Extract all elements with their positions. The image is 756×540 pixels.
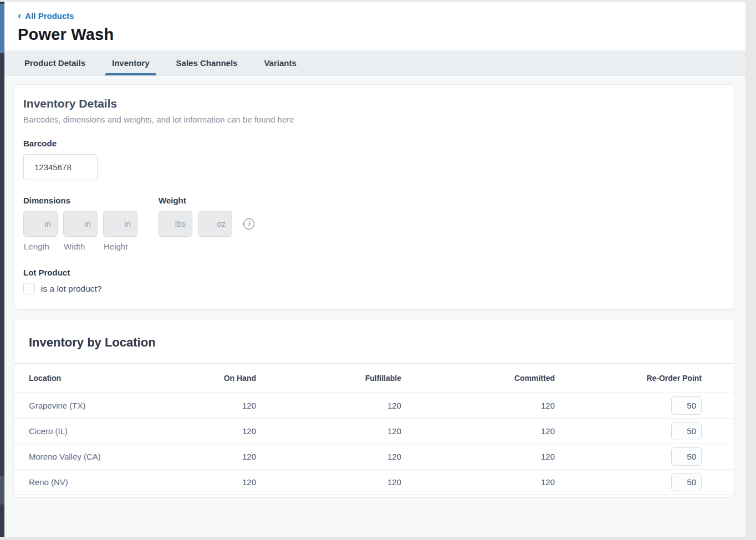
dimensions-weight-row: Dimensions in in in xyxy=(23,196,725,251)
weight-lbs-input[interactable]: lbs xyxy=(159,211,192,237)
tab-sales-channels[interactable]: Sales Channels xyxy=(170,50,244,75)
inventory-by-location-title: Inventory by Location xyxy=(29,335,719,350)
tab-product-details[interactable]: Product Details xyxy=(18,50,92,75)
inventory-details-subtitle: Barcodes, dimensions and weights, and lo… xyxy=(23,115,725,124)
committed-cell: 120 xyxy=(401,452,555,461)
length-input[interactable]: in xyxy=(23,211,58,237)
reorder-cell xyxy=(555,473,702,491)
table-row: Moreno Valley (CA) 120 120 120 xyxy=(14,444,734,469)
committed-cell: 120 xyxy=(401,426,555,436)
column-location: Location xyxy=(29,374,111,383)
oz-unit: oz xyxy=(217,219,226,228)
tab-bar: Product Details Inventory Sales Channels… xyxy=(4,50,745,76)
dimensions-label: Dimensions xyxy=(23,196,137,205)
inventory-details-title: Inventory Details xyxy=(23,97,725,110)
collapsed-sidebar[interactable] xyxy=(0,2,4,537)
fulfillable-cell: 120 xyxy=(256,477,401,487)
on-hand-cell: 120 xyxy=(111,452,256,461)
info-icon[interactable]: i xyxy=(243,218,254,230)
chevron-left-icon: ‹ xyxy=(18,11,21,20)
reorder-cell xyxy=(555,422,702,440)
lot-product-checkbox[interactable] xyxy=(23,283,35,294)
table-row: Reno (NV) 120 120 120 xyxy=(14,469,734,495)
width-caption: Width xyxy=(63,242,98,251)
reorder-cell xyxy=(555,447,702,466)
weight-oz-input[interactable]: oz xyxy=(198,211,232,237)
weight-inputs: lbs oz i xyxy=(159,211,254,237)
lot-product-checkbox-label: is a lot product? xyxy=(41,284,101,294)
tab-variants[interactable]: Variants xyxy=(257,50,303,75)
location-cell: Grapevine (TX) xyxy=(29,401,111,410)
on-hand-cell: 120 xyxy=(111,401,256,410)
table-row: Grapevine (TX) 120 120 120 xyxy=(14,393,734,418)
reorder-point-input[interactable] xyxy=(671,396,702,415)
column-reorder-point: Re-Order Point xyxy=(555,374,702,383)
length-unit: in xyxy=(44,219,51,228)
on-hand-cell: 120 xyxy=(111,477,256,487)
reorder-point-input[interactable] xyxy=(671,422,702,440)
location-table-body: Grapevine (TX) 120 120 120 Cicero (IL) 1… xyxy=(14,393,734,495)
breadcrumb-all-products[interactable]: ‹ All Products xyxy=(18,11,74,21)
weight-label: Weight xyxy=(159,196,254,205)
column-on-hand: On Hand xyxy=(111,374,256,383)
location-cell: Cicero (IL) xyxy=(29,426,111,436)
lot-product-label: Lot Product xyxy=(23,268,725,277)
height-input[interactable]: in xyxy=(103,211,137,237)
column-committed: Committed xyxy=(401,374,555,383)
column-fulfillable: Fulfillable xyxy=(256,374,401,383)
sidebar-active-indicator xyxy=(0,4,4,53)
location-table-header: Location On Hand Fulfillable Committed R… xyxy=(14,364,734,393)
committed-cell: 120 xyxy=(401,401,555,410)
app-window: ‹ All Products Power Wash Product Detail… xyxy=(0,2,745,537)
dimensions-captions: Length Width Height xyxy=(23,242,137,251)
tab-inventory[interactable]: Inventory xyxy=(105,50,156,75)
width-unit: in xyxy=(84,219,91,228)
committed-cell: 120 xyxy=(401,477,555,487)
location-cell: Moreno Valley (CA) xyxy=(29,452,111,461)
fulfillable-cell: 120 xyxy=(256,452,401,461)
inventory-by-location-card: Inventory by Location Location On Hand F… xyxy=(14,319,734,498)
inventory-by-location-header: Inventory by Location xyxy=(14,319,734,364)
page-header: ‹ All Products Power Wash xyxy=(4,2,745,50)
fulfillable-cell: 120 xyxy=(256,426,401,436)
lbs-unit: lbs xyxy=(175,219,186,228)
barcode-input[interactable] xyxy=(23,154,98,180)
dimensions-inputs: in in in xyxy=(23,211,137,237)
length-caption: Length xyxy=(23,242,58,251)
height-unit: in xyxy=(124,219,131,228)
width-input[interactable]: in xyxy=(63,211,98,237)
location-cell: Reno (NV) xyxy=(29,477,111,487)
on-hand-cell: 120 xyxy=(111,426,256,436)
weight-group: Weight lbs oz i xyxy=(159,196,254,251)
page-content: ‹ All Products Power Wash Product Detail… xyxy=(4,2,745,537)
main-area: Inventory Details Barcodes, dimensions a… xyxy=(4,76,745,498)
height-caption: Height xyxy=(103,242,137,251)
page-title: Power Wash xyxy=(18,26,732,44)
breadcrumb-label: All Products xyxy=(25,11,74,21)
reorder-point-input[interactable] xyxy=(671,447,702,466)
sidebar-secondary-indicator xyxy=(0,476,4,505)
barcode-label: Barcode xyxy=(23,139,725,148)
reorder-cell xyxy=(555,396,702,415)
fulfillable-cell: 120 xyxy=(256,401,401,410)
inventory-details-card: Inventory Details Barcodes, dimensions a… xyxy=(14,84,734,310)
lot-product-row: is a lot product? xyxy=(23,283,725,294)
reorder-point-input[interactable] xyxy=(671,473,702,491)
dimensions-group: Dimensions in in in xyxy=(23,196,137,251)
table-row: Cicero (IL) 120 120 120 xyxy=(14,418,734,444)
